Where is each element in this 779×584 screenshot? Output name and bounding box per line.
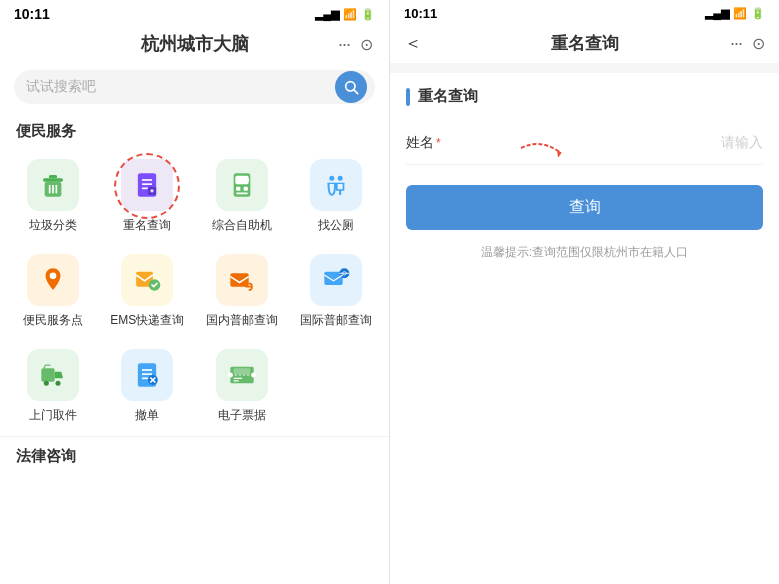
service-ems[interactable]: EMS快递查询 bbox=[102, 246, 192, 337]
cancel-icon-bg bbox=[121, 349, 173, 401]
name-label: 姓名 * bbox=[406, 134, 441, 152]
name-query-icon-bg bbox=[121, 159, 173, 211]
eticket-icon bbox=[227, 360, 257, 390]
section-indicator bbox=[406, 88, 410, 106]
toilet-label: 找公厕 bbox=[318, 217, 354, 234]
svg-rect-27 bbox=[230, 273, 248, 286]
svg-point-24 bbox=[50, 273, 57, 280]
service-cancel[interactable]: 撤单 bbox=[102, 341, 192, 432]
svg-rect-19 bbox=[236, 193, 248, 195]
toilet-icon bbox=[321, 170, 351, 200]
right-battery-icon: 🔋 bbox=[751, 7, 765, 20]
ems-label: EMS快递查询 bbox=[110, 312, 184, 329]
service-machine[interactable]: 综合自助机 bbox=[197, 151, 287, 242]
svg-point-33 bbox=[44, 381, 49, 386]
signal-icon: ▂▄▆ bbox=[315, 8, 339, 21]
name-query-icon bbox=[132, 170, 162, 200]
search-placeholder: 试试搜索吧 bbox=[26, 78, 363, 96]
toilet-icon-bg bbox=[310, 159, 362, 211]
service-delivery[interactable]: 上门取件 bbox=[8, 341, 98, 432]
location-icon-bg bbox=[27, 254, 79, 306]
domestic-mail-label: 国内普邮查询 bbox=[206, 312, 278, 329]
svg-rect-32 bbox=[41, 368, 54, 381]
intl-mail-label: 国际普邮查询 bbox=[300, 312, 372, 329]
left-panel: 10:11 ▂▄▆ 📶 🔋 杭州城市大脑 ··· ⊙ 试试搜索吧 便民服务 bbox=[0, 0, 390, 584]
cancel-label: 撤单 bbox=[135, 407, 159, 424]
annotation-arrow bbox=[511, 133, 571, 163]
trash-icon bbox=[38, 170, 68, 200]
query-button[interactable]: 查询 bbox=[406, 185, 763, 230]
right-status-bar: 10:11 ▂▄▆ 📶 🔋 bbox=[390, 0, 779, 23]
back-button[interactable]: ＜ bbox=[404, 31, 422, 55]
services-grid: 垃圾分类 重名查询 bbox=[0, 147, 389, 436]
right-more-icon[interactable]: ··· bbox=[730, 33, 742, 54]
required-star: * bbox=[436, 136, 441, 150]
delivery-icon-bg bbox=[27, 349, 79, 401]
service-eticket[interactable]: 电子票据 bbox=[197, 341, 287, 432]
svg-point-21 bbox=[338, 176, 343, 181]
right-time: 10:11 bbox=[404, 6, 437, 21]
right-status-icons: ▂▄▆ 📶 🔋 bbox=[705, 7, 765, 20]
eticket-icon-bg bbox=[216, 349, 268, 401]
right-wifi-icon: 📶 bbox=[733, 7, 747, 20]
section-header-bar: 重名查询 bbox=[406, 87, 763, 106]
right-panel: 10:11 ▂▄▆ 📶 🔋 ＜ 重名查询 ··· ⊙ 重名查询 姓名 * bbox=[390, 0, 779, 584]
service-intl-mail[interactable]: 国际普邮查询 bbox=[291, 246, 381, 337]
left-status-icons: ▂▄▆ 📶 🔋 bbox=[315, 8, 375, 21]
tip-text: 温馨提示:查询范围仅限杭州市在籍人口 bbox=[406, 244, 763, 261]
search-bar[interactable]: 试试搜索吧 bbox=[14, 70, 375, 104]
right-target-icon[interactable]: ⊙ bbox=[752, 34, 765, 53]
trash-icon-bg bbox=[27, 159, 79, 211]
left-app-header: 杭州城市大脑 ··· ⊙ bbox=[0, 24, 389, 64]
search-icon bbox=[343, 79, 359, 95]
intl-mail-icon bbox=[321, 265, 351, 295]
machine-icon-bg bbox=[216, 159, 268, 211]
svg-line-1 bbox=[354, 90, 358, 94]
intl-mail-icon-bg bbox=[310, 254, 362, 306]
left-header-icons: ··· ⊙ bbox=[338, 34, 373, 55]
battery-icon: 🔋 bbox=[361, 8, 375, 21]
law-section-title: 法律咨询 bbox=[0, 436, 389, 470]
svg-rect-16 bbox=[235, 176, 248, 184]
right-header-icons: ··· ⊙ bbox=[730, 33, 765, 54]
machine-icon bbox=[227, 170, 257, 200]
left-status-bar: 10:11 ▂▄▆ 📶 🔋 bbox=[0, 0, 389, 24]
svg-rect-46 bbox=[233, 368, 250, 374]
delivery-label: 上门取件 bbox=[29, 407, 77, 424]
wifi-icon: 📶 bbox=[343, 8, 357, 21]
search-button[interactable] bbox=[335, 71, 367, 103]
cancel-icon bbox=[132, 360, 162, 390]
svg-rect-17 bbox=[236, 187, 240, 191]
right-signal-icon: ▂▄▆ bbox=[705, 7, 729, 20]
more-icon[interactable]: ··· bbox=[338, 34, 350, 55]
delivery-icon bbox=[38, 360, 68, 390]
domestic-mail-icon-bg bbox=[216, 254, 268, 306]
name-label-text: 姓名 bbox=[406, 134, 434, 152]
service-toilet[interactable]: 找公厕 bbox=[291, 151, 381, 242]
right-header: ＜ 重名查询 ··· ⊙ bbox=[390, 23, 779, 63]
service-trash[interactable]: 垃圾分类 bbox=[8, 151, 98, 242]
ems-icon-bg bbox=[121, 254, 173, 306]
svg-rect-4 bbox=[49, 175, 57, 178]
ems-icon bbox=[132, 265, 162, 295]
services-section-title: 便民服务 bbox=[0, 114, 389, 147]
location-label: 便民服务点 bbox=[23, 312, 83, 329]
machine-label: 综合自助机 bbox=[212, 217, 272, 234]
svg-point-34 bbox=[56, 381, 61, 386]
name-input-placeholder[interactable]: 请输入 bbox=[721, 134, 763, 152]
service-name-query[interactable]: 重名查询 bbox=[102, 151, 192, 242]
location-icon bbox=[38, 265, 68, 295]
section-header-text: 重名查询 bbox=[418, 87, 478, 106]
svg-rect-3 bbox=[43, 178, 63, 181]
trash-label: 垃圾分类 bbox=[29, 217, 77, 234]
target-icon[interactable]: ⊙ bbox=[360, 35, 373, 54]
eticket-label: 电子票据 bbox=[218, 407, 266, 424]
domestic-mail-icon bbox=[227, 265, 257, 295]
service-location[interactable]: 便民服务点 bbox=[8, 246, 98, 337]
name-query-label: 重名查询 bbox=[123, 217, 171, 234]
service-domestic-mail[interactable]: 国内普邮查询 bbox=[197, 246, 287, 337]
name-form-row: 姓名 * 请输入 bbox=[406, 122, 763, 165]
svg-point-20 bbox=[329, 176, 334, 181]
svg-rect-18 bbox=[243, 187, 247, 191]
app-title: 杭州城市大脑 bbox=[141, 32, 249, 56]
